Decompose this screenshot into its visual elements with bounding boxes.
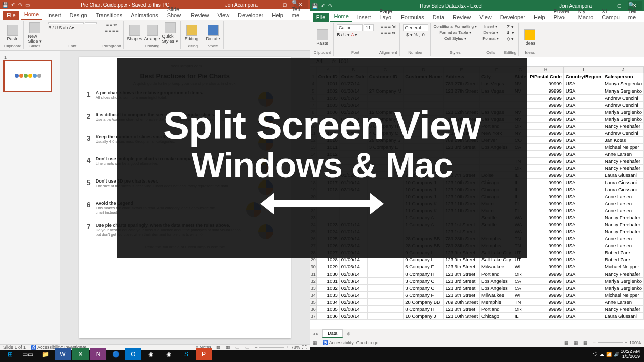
cell[interactable]: Mariya Sergienko — [603, 116, 644, 123]
cell[interactable]: 99999 — [528, 242, 564, 249]
cell[interactable]: Nancy Freehafer — [603, 165, 644, 172]
cell[interactable]: Michael Neipper — [603, 263, 644, 270]
cell[interactable]: Portland — [480, 270, 513, 278]
cell[interactable]: OR — [513, 306, 528, 313]
pp-zoom[interactable]: 78% — [291, 345, 300, 350]
pp-tab-slide show[interactable]: Slide Show — [164, 5, 186, 20]
pp-tab-home[interactable]: Home — [21, 10, 42, 20]
cell[interactable]: 99999 — [528, 137, 564, 144]
cell[interactable]: USA — [564, 116, 603, 123]
row-header[interactable]: 33 — [310, 285, 316, 292]
bold-icon[interactable]: B — [48, 25, 51, 30]
cell[interactable]: 99999 — [528, 221, 564, 228]
cell[interactable]: 02/03/14 — [339, 285, 367, 292]
cell[interactable]: 99999 — [528, 313, 564, 320]
col-header[interactable]: I — [564, 67, 603, 73]
pp-tab-insert[interactable]: Insert — [44, 11, 65, 20]
cell[interactable]: Nancy Freehafer — [603, 306, 644, 313]
snagit-icon[interactable]: ◉ — [143, 348, 159, 360]
cell[interactable]: 99999 — [528, 285, 564, 292]
cell[interactable]: WI — [513, 292, 528, 299]
xl-tab-review[interactable]: Review — [449, 13, 474, 22]
start-icon[interactable]: ⊞ — [2, 348, 18, 360]
sheet-tab-data[interactable]: Data — [322, 329, 343, 338]
chrome-icon[interactable]: 🔵 — [108, 348, 124, 360]
pp-font-box[interactable] — [48, 22, 84, 24]
cell[interactable]: 99999 — [528, 80, 564, 87]
cell[interactable]: 99999 — [528, 299, 564, 306]
xl-paste-button[interactable]: Paste — [314, 29, 331, 46]
cell[interactable]: Anne Larsen — [603, 235, 644, 242]
cell[interactable]: 02/08/14 — [339, 270, 367, 278]
xl-view-layout-icon[interactable]: ▦ — [574, 340, 578, 345]
cell[interactable]: 99999 — [528, 193, 564, 200]
cell[interactable]: 99999 — [528, 270, 564, 278]
xl-tab-mymacro[interactable]: My Macro — [575, 7, 597, 22]
cell[interactable]: 01/06/14 — [339, 263, 367, 270]
undo-icon[interactable]: ↶ — [11, 2, 15, 8]
editing-button[interactable]: Editing — [184, 25, 200, 41]
cell[interactable]: Milwaukee — [480, 292, 513, 299]
cell[interactable]: Robert Zare — [603, 249, 644, 256]
cell[interactable]: Andrew Cencini — [603, 130, 644, 137]
cell[interactable]: 99999 — [528, 116, 564, 123]
xl-tell-me[interactable]: 🔍 Tell me — [625, 0, 644, 22]
cell[interactable]: 99999 — [528, 165, 564, 172]
cell[interactable]: Anne Larsen — [603, 207, 644, 214]
cell[interactable]: Andrew Cencini — [603, 102, 644, 109]
cell[interactable]: Laura Giussani — [603, 313, 644, 320]
cell[interactable]: USA — [564, 242, 603, 249]
cell[interactable]: 8 Company H — [404, 306, 444, 313]
clock[interactable]: 10:22 AM1/3/2019 — [621, 349, 642, 359]
cell[interactable]: 123 6th Street — [444, 292, 480, 299]
cell[interactable]: 99999 — [528, 151, 564, 158]
autosum-icon[interactable]: Σ ▾ — [507, 24, 514, 29]
cell[interactable]: 123 3rd Street — [444, 285, 480, 292]
cell[interactable]: USA — [564, 249, 603, 256]
cell[interactable]: Andrew Cencini — [603, 95, 644, 102]
pp-tab-review[interactable]: Review — [187, 11, 212, 20]
xl-redo-icon[interactable]: ↷ — [328, 3, 332, 9]
cell[interactable]: Portland — [480, 306, 513, 313]
view-slideshow-icon[interactable]: ▭ — [245, 345, 250, 350]
cell[interactable]: Laura Giussani — [603, 172, 644, 179]
cell[interactable]: 02/28/14 — [339, 299, 367, 306]
col-header[interactable]: H — [528, 67, 564, 73]
cell[interactable]: CA — [513, 285, 528, 292]
strike-icon[interactable]: S — [59, 25, 62, 30]
xl-tab-insert[interactable]: Insert — [354, 13, 375, 22]
cell[interactable]: Laura Giussani — [603, 179, 644, 186]
xl-font-box[interactable]: Calibri — [337, 24, 363, 31]
numbering-icon[interactable]: ≡ — [110, 22, 112, 27]
slide-thumbnail-pane[interactable]: 1 — [0, 51, 60, 344]
xl-tab-data[interactable]: Data — [429, 13, 448, 22]
pp-tell-me[interactable]: 🔍 Tell me — [288, 0, 310, 20]
align-left-icon[interactable]: ≡ — [105, 28, 107, 33]
format-cells-button[interactable]: Format ▾ — [482, 36, 499, 41]
cell[interactable]: Nancy Freehafer — [603, 214, 644, 221]
cell[interactable] — [367, 285, 403, 292]
word-icon[interactable]: W — [55, 348, 71, 360]
cell[interactable]: Nancy Freehafer — [603, 228, 644, 235]
present-icon[interactable]: ▭ — [25, 2, 30, 8]
cell[interactable]: WI — [513, 263, 528, 270]
cell[interactable]: 99999 — [528, 109, 564, 116]
excel-taskbar-icon[interactable]: X — [72, 348, 89, 360]
pp-tab-developer[interactable]: Developer — [234, 11, 267, 20]
cell[interactable]: 123 8th Street — [444, 270, 480, 278]
xl-view-normal-icon[interactable]: ▦ — [564, 340, 569, 345]
field-header[interactable]: Salesperson — [603, 73, 644, 80]
cell[interactable]: USA — [564, 123, 603, 130]
cell[interactable]: USA — [564, 87, 603, 95]
xl-tab-pagelayo[interactable]: Page Layo — [376, 7, 396, 22]
cell[interactable]: 1036 — [316, 313, 339, 320]
cell[interactable]: 99999 — [528, 102, 564, 109]
outlook-icon[interactable]: O — [125, 348, 141, 360]
xl-zoom[interactable]: 100% — [629, 340, 641, 345]
cell[interactable]: Mariya Sergienko — [603, 109, 644, 116]
cell[interactable]: 99999 — [528, 95, 564, 102]
cell[interactable]: USA — [564, 256, 603, 263]
cell[interactable]: Anne Larsen — [603, 151, 644, 158]
cell[interactable]: 1032 — [316, 285, 339, 292]
cell[interactable]: USA — [564, 270, 603, 278]
